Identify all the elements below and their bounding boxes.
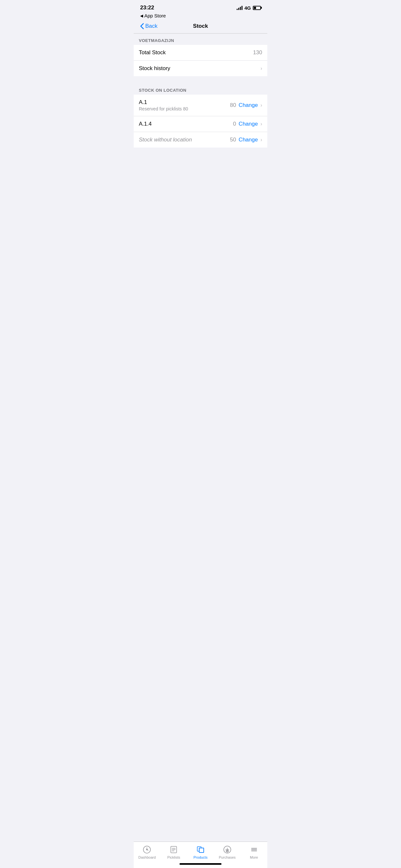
section-gap <box>134 76 267 83</box>
location-a14-change[interactable]: Change <box>239 121 258 127</box>
chevron-right-icon: › <box>260 66 262 71</box>
voetmagazijn-section: Total Stock 130 Stock history › <box>134 45 267 76</box>
svg-rect-7 <box>199 848 204 852</box>
status-right: 4G <box>237 5 261 11</box>
tab-more-label: More <box>250 856 258 859</box>
chevron-right-icon: › <box>260 137 262 143</box>
network-label: 4G <box>244 5 251 11</box>
stock-without-location-value: 50 <box>230 136 236 143</box>
home-indicator <box>134 861 267 868</box>
location-a1-subtitle: Reserved for picklists 80 <box>139 106 188 112</box>
total-stock-row: Total Stock 130 <box>134 45 267 61</box>
location-a14-right: 0 Change › <box>233 121 262 127</box>
chevron-left-icon: ◀ <box>140 13 143 18</box>
picklists-icon <box>169 845 178 854</box>
stock-without-location-change[interactable]: Change <box>239 136 258 143</box>
location-a1-name: A.1 <box>139 99 188 105</box>
signal-bars-icon <box>237 5 243 10</box>
chevron-right-icon: › <box>260 121 262 127</box>
purchases-icon <box>223 845 232 854</box>
tab-purchases-label: Purchases <box>219 856 236 859</box>
dashboard-icon <box>143 845 151 854</box>
stock-on-location-section: A.1 Reserved for picklists 80 80 Change … <box>134 95 267 148</box>
tab-products-label: Products <box>193 856 207 859</box>
location-a14-row[interactable]: A.1.4 0 Change › <box>134 116 267 132</box>
total-stock-value: 130 <box>253 50 262 56</box>
tab-products[interactable]: Products <box>191 845 210 861</box>
stock-on-location-header: STOCK ON LOCATION <box>134 83 267 95</box>
tab-picklists[interactable]: Picklists <box>164 845 183 861</box>
stock-without-location-left: Stock without location <box>139 136 192 143</box>
tab-purchases[interactable]: Purchases <box>218 845 237 861</box>
location-a1-row[interactable]: A.1 Reserved for picklists 80 80 Change … <box>134 95 267 116</box>
stock-without-location-name: Stock without location <box>139 136 192 143</box>
location-a14-name: A.1.4 <box>139 121 152 127</box>
empty-area <box>134 148 267 277</box>
voetmagazijn-header: VOETMAGAZIJN <box>134 34 267 45</box>
app-store-nav: ◀ App Store <box>134 12 267 20</box>
location-a1-change[interactable]: Change <box>239 102 258 108</box>
content: VOETMAGAZIJN Total Stock 130 Stock histo… <box>134 34 267 841</box>
status-time: 23:22 <box>140 4 154 11</box>
stock-without-location-right: 50 Change › <box>230 136 262 143</box>
svg-point-1 <box>147 849 148 850</box>
stock-without-location-row[interactable]: Stock without location 50 Change › <box>134 132 267 148</box>
products-icon <box>196 845 205 854</box>
stock-history-label: Stock history <box>139 65 170 72</box>
status-bar: 23:22 4G <box>134 0 267 12</box>
chevron-right-icon: › <box>260 102 262 108</box>
back-button[interactable]: Back <box>140 23 158 29</box>
location-a14-left: A.1.4 <box>139 121 152 127</box>
tab-more[interactable]: More <box>244 845 264 861</box>
location-a14-value: 0 <box>233 121 236 127</box>
tab-picklists-label: Picklists <box>167 856 180 859</box>
stock-history-row[interactable]: Stock history › <box>134 61 267 76</box>
location-a1-value: 80 <box>230 102 236 108</box>
home-bar <box>180 863 221 865</box>
location-a1-right: 80 Change › <box>230 102 262 108</box>
nav-bar: Back Stock <box>134 20 267 34</box>
more-icon <box>250 845 258 854</box>
app-store-text: App Store <box>144 13 166 19</box>
back-label: Back <box>145 23 158 29</box>
total-stock-label: Total Stock <box>139 50 166 56</box>
battery-icon <box>253 6 261 10</box>
tab-bar: Dashboard Picklists Products <box>134 841 267 861</box>
page-title: Stock <box>193 23 208 29</box>
tab-dashboard-label: Dashboard <box>138 856 156 859</box>
tab-dashboard[interactable]: Dashboard <box>137 845 157 861</box>
location-a1-left: A.1 Reserved for picklists 80 <box>139 99 188 112</box>
app-store-label: ◀ App Store <box>140 13 261 19</box>
